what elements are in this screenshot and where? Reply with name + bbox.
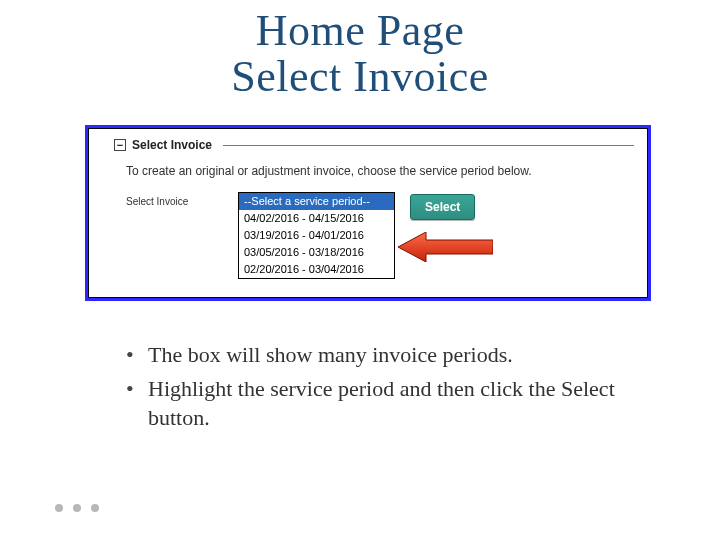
bullet-item: The box will show many invoice periods. [120,340,640,370]
slide-dots [55,504,99,512]
listbox-option[interactable]: 03/05/2016 - 03/18/2016 [239,244,394,261]
collapse-icon[interactable]: − [114,139,126,151]
section-header: − Select Invoice [114,138,212,152]
screenshot-inner: − Select Invoice To create an original o… [88,128,648,298]
dot-icon [55,504,63,512]
title-line-1: Home Page [256,6,465,55]
section-title: Select Invoice [132,138,212,152]
section-rule [223,145,634,146]
bullet-text: The box will show many invoice periods. [148,342,513,367]
listbox-option[interactable]: 03/19/2016 - 04/01/2016 [239,227,394,244]
bullet-list: The box will show many invoice periods. … [120,340,640,437]
service-period-listbox[interactable]: --Select a service period-- 04/02/2016 -… [238,192,395,279]
field-label: Select Invoice [126,196,188,207]
bullet-item: Highlight the service period and then cl… [120,374,640,433]
dot-icon [91,504,99,512]
listbox-option-placeholder[interactable]: --Select a service period-- [239,193,394,210]
listbox-option[interactable]: 04/02/2016 - 04/15/2016 [239,210,394,227]
title-line-2: Select Invoice [231,52,488,101]
listbox-option[interactable]: 02/20/2016 - 03/04/2016 [239,261,394,278]
slide: Home Page Select Invoice − Select Invoic… [0,0,720,540]
slide-title: Home Page Select Invoice [0,0,720,100]
bullet-text: Highlight the service period and then cl… [148,376,615,431]
dot-icon [73,504,81,512]
select-button[interactable]: Select [410,194,475,220]
select-button-label: Select [425,200,460,214]
arrow-icon [398,232,493,262]
screenshot-frame: − Select Invoice To create an original o… [85,125,651,301]
instruction-text: To create an original or adjustment invo… [126,164,532,178]
